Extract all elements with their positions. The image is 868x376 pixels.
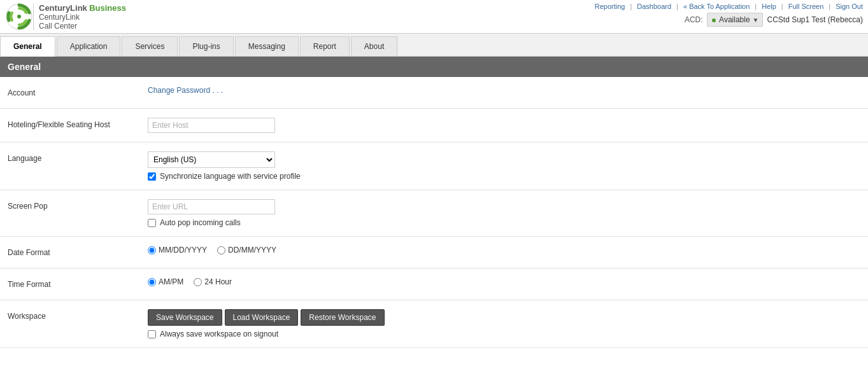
screen-pop-row: Screen Pop Auto pop incoming calls bbox=[0, 190, 868, 237]
dropdown-arrow-icon: ▼ bbox=[753, 17, 759, 24]
time-ampm-option[interactable]: AM/PM bbox=[148, 277, 183, 286]
language-label: Language bbox=[8, 151, 148, 163]
workspace-label: Workspace bbox=[8, 309, 148, 321]
language-content: English (US)SpanishFrench Synchronize la… bbox=[148, 151, 860, 181]
date-ddmmyyyy-radio[interactable] bbox=[217, 246, 225, 254]
auto-pop-row: Auto pop incoming calls bbox=[148, 218, 860, 227]
workspace-row: Workspace Save Workspace Load Workspace … bbox=[0, 300, 868, 348]
section-header: General bbox=[0, 57, 868, 77]
top-bar: CenturyLink Business CenturyLink Call Ce… bbox=[0, 0, 868, 34]
top-links: Reporting | Dashboard | « Back To Applic… bbox=[595, 3, 863, 10]
hoteling-content bbox=[148, 118, 860, 133]
reporting-link[interactable]: Reporting bbox=[595, 3, 625, 10]
auto-pop-checkbox[interactable] bbox=[148, 219, 156, 227]
date-mmddyyyy-option[interactable]: MM/DD/YYYY bbox=[148, 246, 207, 254]
date-mmddyyyy-label: MM/DD/YYYY bbox=[159, 246, 207, 254]
restore-workspace-button[interactable]: Restore Workspace bbox=[301, 309, 384, 326]
help-link[interactable]: Help bbox=[762, 3, 776, 10]
user-info: CCStd Sup1 Test (Rebecca) bbox=[767, 15, 863, 24]
sync-language-label: Synchronize language with service profil… bbox=[160, 172, 301, 181]
fullscreen-link[interactable]: Full Screen bbox=[788, 3, 824, 10]
nav-tabs: GeneralApplicationServicesPlug-insMessag… bbox=[0, 34, 868, 57]
hoteling-row: Hoteling/Flexible Seating Host bbox=[0, 109, 868, 143]
dashboard-link[interactable]: Dashboard bbox=[637, 3, 671, 10]
screen-pop-content: Auto pop incoming calls bbox=[148, 199, 860, 227]
change-password-link[interactable]: Change Password . . . bbox=[148, 86, 860, 95]
account-label: Account bbox=[8, 86, 148, 97]
date-format-label: Date Format bbox=[8, 246, 148, 257]
time-ampm-label: AM/PM bbox=[159, 277, 183, 286]
nav-tab-report[interactable]: Report bbox=[300, 36, 350, 56]
date-ddmmyyyy-label: DD/MM/YYYY bbox=[228, 246, 276, 254]
date-format-content: MM/DD/YYYY DD/MM/YYYY bbox=[148, 246, 860, 254]
always-save-label: Always save workspace on signout bbox=[160, 330, 278, 338]
hoteling-input[interactable] bbox=[148, 118, 275, 133]
sync-language-row: Synchronize language with service profil… bbox=[148, 172, 860, 181]
time-format-row: Time Format AM/PM 24 Hour bbox=[0, 268, 868, 300]
hoteling-label: Hoteling/Flexible Seating Host bbox=[8, 118, 148, 129]
nav-tab-application[interactable]: Application bbox=[57, 36, 121, 56]
always-save-row: Always save workspace on signout bbox=[148, 330, 860, 338]
acd-status-dropdown[interactable]: ● Available ▼ bbox=[707, 13, 764, 27]
time-24hr-label: 24 Hour bbox=[204, 277, 232, 286]
time-format-options: AM/PM 24 Hour bbox=[148, 277, 860, 286]
back-to-app-link[interactable]: « Back To Application bbox=[683, 3, 750, 10]
time-format-content: AM/PM 24 Hour bbox=[148, 277, 860, 286]
nav-tab-services[interactable]: Services bbox=[122, 36, 178, 56]
account-content: Change Password . . . bbox=[148, 86, 860, 95]
time-24hr-radio[interactable] bbox=[194, 278, 202, 286]
time-ampm-radio[interactable] bbox=[148, 278, 156, 286]
logo-text: CenturyLink Business CenturyLink Call Ce… bbox=[33, 3, 126, 31]
nav-tab-general[interactable]: General bbox=[0, 36, 55, 57]
time-format-label: Time Format bbox=[8, 277, 148, 289]
person-icon: ● bbox=[711, 15, 716, 25]
date-ddmmyyyy-option[interactable]: DD/MM/YYYY bbox=[217, 246, 276, 254]
language-row: Language English (US)SpanishFrench Synch… bbox=[0, 143, 868, 190]
signout-link[interactable]: Sign Out bbox=[836, 3, 863, 10]
date-format-row: Date Format MM/DD/YYYY DD/MM/YYYY bbox=[0, 237, 868, 268]
general-form: Account Change Password . . . Hoteling/F… bbox=[0, 77, 868, 348]
time-24hr-option[interactable]: 24 Hour bbox=[194, 277, 232, 286]
account-row: Account Change Password . . . bbox=[0, 77, 868, 109]
top-right-area: Reporting | Dashboard | « Back To Applic… bbox=[595, 3, 863, 27]
save-workspace-button[interactable]: Save Workspace bbox=[148, 309, 222, 326]
date-format-options: MM/DD/YYYY DD/MM/YYYY bbox=[148, 246, 860, 254]
workspace-content: Save Workspace Load Workspace Restore Wo… bbox=[148, 309, 860, 338]
sync-language-checkbox[interactable] bbox=[148, 172, 156, 181]
logo-icon bbox=[5, 3, 33, 31]
date-mmddyyyy-radio[interactable] bbox=[148, 246, 156, 254]
language-select[interactable]: English (US)SpanishFrench bbox=[148, 151, 275, 168]
acd-bar: ACD: ● Available ▼ CCStd Sup1 Test (Rebe… bbox=[685, 13, 863, 27]
always-save-checkbox[interactable] bbox=[148, 330, 156, 338]
acd-status-text: Available bbox=[719, 15, 750, 24]
load-workspace-button[interactable]: Load Workspace bbox=[225, 309, 299, 326]
auto-pop-label: Auto pop incoming calls bbox=[160, 218, 241, 227]
nav-tab-plugins[interactable]: Plug-ins bbox=[179, 36, 233, 56]
screen-pop-label: Screen Pop bbox=[8, 199, 148, 211]
acd-label: ACD: bbox=[685, 15, 703, 24]
svg-point-2 bbox=[17, 15, 21, 18]
logo-subtitle: CenturyLink Call Center bbox=[39, 13, 126, 31]
screen-pop-input[interactable] bbox=[148, 199, 275, 214]
brand-name: CenturyLink Business bbox=[39, 3, 126, 13]
nav-tab-about[interactable]: About bbox=[351, 36, 397, 56]
logo: CenturyLink Business CenturyLink Call Ce… bbox=[5, 3, 126, 31]
workspace-buttons: Save Workspace Load Workspace Restore Wo… bbox=[148, 309, 860, 326]
nav-tab-messaging[interactable]: Messaging bbox=[235, 36, 299, 56]
